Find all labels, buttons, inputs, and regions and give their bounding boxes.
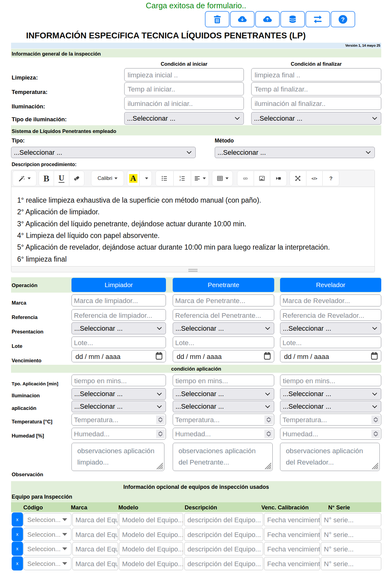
svg-text:?: ?: [341, 16, 345, 23]
svg-text:?: ?: [329, 176, 332, 181]
svg-text:2: 2: [179, 179, 181, 181]
svg-text:1: 1: [179, 175, 181, 178]
svg-text:</>: </>: [312, 176, 317, 181]
